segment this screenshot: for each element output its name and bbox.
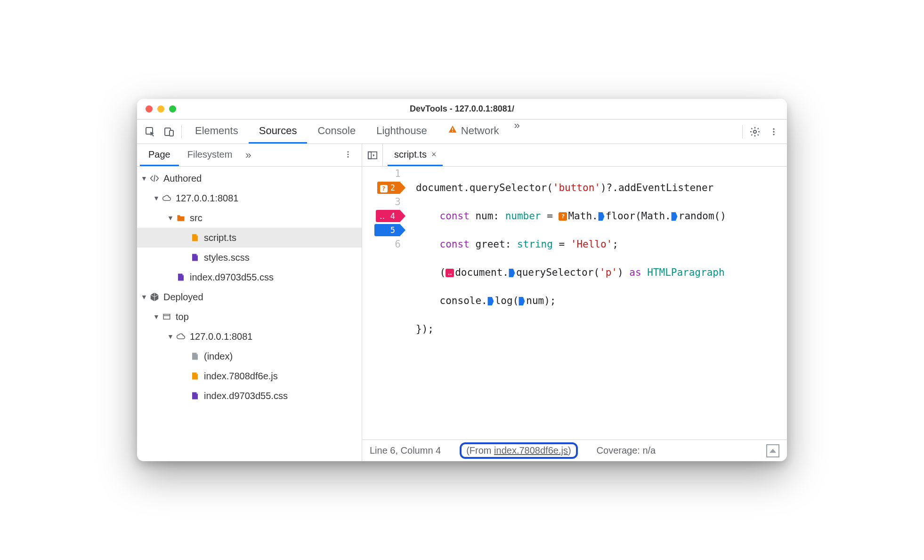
tree-label: 127.0.0.1:8081 xyxy=(176,193,238,204)
svg-point-6 xyxy=(773,128,774,129)
inline-breakpoint-conditional-icon[interactable]: ? xyxy=(559,212,567,221)
disclosure-triangle-icon: ▼ xyxy=(152,194,161,202)
inline-breakpoint-marker-icon[interactable] xyxy=(487,297,494,305)
titlebar: DevTools - 127.0.0.1:8081/ xyxy=(137,99,787,120)
tree-folder-src[interactable]: ▼ src xyxy=(137,208,362,228)
disclosure-triangle-icon: ▼ xyxy=(166,214,175,222)
svg-point-11 xyxy=(348,156,349,157)
code-content[interactable]: document.querySelector('button')?.addEve… xyxy=(407,167,787,440)
window-title: DevTools - 127.0.0.1:8081/ xyxy=(137,104,787,114)
tree-label: 127.0.0.1:8081 xyxy=(190,331,252,342)
document-icon xyxy=(189,351,201,361)
js-file-icon xyxy=(189,232,201,243)
svg-rect-4 xyxy=(452,131,453,132)
tree-frame-top[interactable]: ▼ top xyxy=(137,307,362,327)
inline-breakpoint-marker-icon[interactable] xyxy=(519,297,525,305)
close-tab-icon[interactable]: × xyxy=(431,150,437,160)
cursor-position: Line 6, Column 4 xyxy=(370,445,441,456)
tree-label: Authored xyxy=(163,173,202,184)
tree-file-script-ts[interactable]: script.ts xyxy=(137,228,362,248)
sourcemap-link[interactable]: index.7808df6e.js xyxy=(494,445,568,456)
disclosure-triangle-icon: ▼ xyxy=(140,175,148,182)
status-bar: Line 6, Column 4 (From index.7808df6e.js… xyxy=(362,440,787,461)
line-number: 6 xyxy=(395,237,401,251)
svg-point-9 xyxy=(348,151,349,152)
inline-breakpoint-marker-icon[interactable] xyxy=(598,212,605,221)
file-tab-script-ts[interactable]: script.ts × xyxy=(388,144,443,166)
main-toolbar: Elements Sources Console Lighthouse Netw… xyxy=(137,120,787,144)
panel-tabs: Elements Sources Console Lighthouse Netw… xyxy=(185,120,525,144)
tree-label: top xyxy=(176,312,189,322)
tree-label: (index) xyxy=(204,351,233,362)
tree-label: script.ts xyxy=(204,232,236,243)
tree-file-styles-scss[interactable]: styles.scss xyxy=(137,248,362,267)
gutter[interactable]: 1 ? 2 3 ‥4 5 xyxy=(362,167,407,440)
tree-group-deployed[interactable]: ▼ Deployed xyxy=(137,287,362,307)
tabs-overflow-button[interactable]: » xyxy=(510,120,525,144)
tree-host-deployed[interactable]: ▼ 127.0.0.1:8081 xyxy=(137,327,362,346)
css-file-icon xyxy=(189,252,201,263)
svg-point-8 xyxy=(773,134,774,135)
navigator-panel: Page Filesystem » ▼ Authored ▼ 127.0.0.1… xyxy=(137,144,362,461)
svg-rect-15 xyxy=(368,152,371,159)
tab-sources[interactable]: Sources xyxy=(249,120,308,144)
cloud-icon xyxy=(175,332,187,341)
kebab-menu-icon[interactable] xyxy=(764,122,783,141)
file-tree: ▼ Authored ▼ 127.0.0.1:8081 ▼ src xyxy=(137,167,362,461)
coverage-status: Coverage: n/a xyxy=(597,445,656,456)
editor-panel: script.ts × 1 ? 2 3 ‥4 xyxy=(362,144,787,461)
svg-point-7 xyxy=(773,131,774,132)
js-file-icon xyxy=(189,371,201,381)
tree-group-authored[interactable]: ▼ Authored xyxy=(137,168,362,188)
folder-icon xyxy=(175,213,187,223)
svg-point-10 xyxy=(348,153,349,155)
nav-more-icon[interactable] xyxy=(337,149,359,161)
tab-lighthouse[interactable]: Lighthouse xyxy=(366,120,438,144)
breakpoint-logpoint-icon[interactable]: ‥4 xyxy=(376,210,405,222)
breakpoint-icon[interactable]: 5 xyxy=(374,224,405,236)
code-editor[interactable]: 1 ? 2 3 ‥4 5 xyxy=(362,167,787,440)
tree-label: index.d9703d55.css xyxy=(204,391,288,401)
tab-network[interactable]: Network xyxy=(438,120,510,144)
nav-tab-page[interactable]: Page xyxy=(140,144,179,166)
toolbar-separator xyxy=(742,125,743,138)
disclosure-triangle-icon: ▼ xyxy=(166,333,175,340)
inspect-element-icon[interactable] xyxy=(141,122,160,141)
sourcemap-origin[interactable]: (From index.7808df6e.js) xyxy=(460,442,577,459)
device-toolbar-icon[interactable] xyxy=(160,122,178,141)
tree-label: src xyxy=(190,213,203,224)
tree-label: styles.scss xyxy=(204,252,250,263)
disclosure-triangle-icon: ▼ xyxy=(152,313,161,320)
show-drawer-icon[interactable] xyxy=(766,444,779,457)
warning-icon xyxy=(448,125,457,137)
nav-tabs-overflow-button[interactable]: » xyxy=(241,149,256,161)
frame-icon xyxy=(161,312,173,321)
breakpoint-conditional-icon[interactable]: ? 2 xyxy=(377,182,405,194)
line-number: 3 xyxy=(395,195,401,209)
tree-file-index[interactable]: (index) xyxy=(137,346,362,366)
svg-rect-12 xyxy=(163,314,170,320)
nav-tab-filesystem[interactable]: Filesystem xyxy=(179,144,241,166)
css-file-icon xyxy=(175,272,187,282)
svg-rect-14 xyxy=(368,152,376,159)
line-number: 1 xyxy=(395,167,401,181)
file-tab-label: script.ts xyxy=(394,149,427,160)
svg-rect-3 xyxy=(452,128,453,130)
svg-point-5 xyxy=(754,130,756,133)
inline-breakpoint-logpoint-icon[interactable]: ‥ xyxy=(446,269,454,277)
tree-file-index-js[interactable]: index.7808df6e.js xyxy=(137,366,362,386)
file-tabs: script.ts × xyxy=(362,144,787,167)
cube-icon xyxy=(148,292,161,302)
tree-file-index-css-authored[interactable]: index.d9703d55.css xyxy=(137,267,362,287)
tree-label: index.7808df6e.js xyxy=(204,371,278,382)
tree-file-index-css-deployed[interactable]: index.d9703d55.css xyxy=(137,386,362,406)
tree-host[interactable]: ▼ 127.0.0.1:8081 xyxy=(137,188,362,208)
inline-breakpoint-marker-icon[interactable] xyxy=(671,212,678,221)
tree-label: index.d9703d55.css xyxy=(190,272,274,283)
tab-elements[interactable]: Elements xyxy=(185,120,249,144)
tab-console[interactable]: Console xyxy=(307,120,366,144)
inline-breakpoint-marker-icon[interactable] xyxy=(509,269,515,277)
toolbar-separator xyxy=(181,125,182,138)
settings-icon[interactable] xyxy=(746,122,764,141)
navigator-toggle-icon[interactable] xyxy=(362,144,383,167)
